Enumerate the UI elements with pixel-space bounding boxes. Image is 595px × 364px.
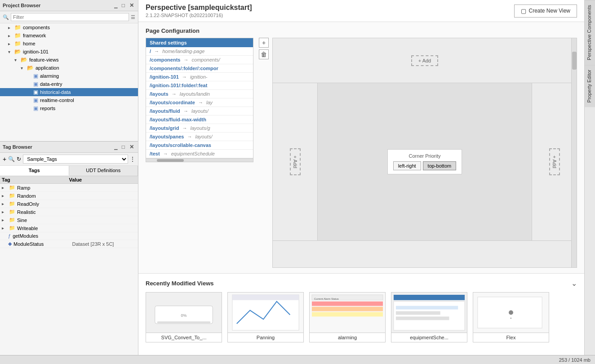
item-label: ignition-101: [23, 49, 49, 54]
search-tag-icon[interactable]: 🔍: [8, 156, 15, 162]
panel-header-icons: ⎯ □ ✕: [113, 2, 135, 9]
tag-label: Writeable: [17, 226, 38, 231]
tag-label: Realistic: [17, 209, 36, 215]
settings-item[interactable]: /components/:folder/:compor: [146, 64, 253, 73]
minimize-icon[interactable]: ⎯: [113, 143, 119, 151]
tree-item-reports[interactable]: ▣ reports: [0, 104, 138, 112]
shared-settings-label: Shared settings: [150, 40, 187, 45]
add-config-button[interactable]: +: [259, 38, 269, 48]
tree-item-feature-views[interactable]: 📂 feature-views: [0, 56, 138, 64]
folder-open-icon: 📂: [21, 57, 27, 63]
item-label: realtime-control: [40, 98, 74, 103]
close-icon[interactable]: ✕: [128, 2, 135, 9]
tree-item-historical-data[interactable]: ▣ historical-data: [0, 88, 138, 96]
svg-rect-9: [312, 302, 383, 306]
collapse-icon[interactable]: ⌄: [571, 279, 577, 288]
settings-item[interactable]: /test → equipmentSchedule: [146, 150, 253, 158]
search-icon: 🔍: [3, 14, 9, 20]
tag-label: getModules: [13, 233, 38, 239]
close-icon[interactable]: ✕: [128, 143, 135, 151]
list-item[interactable]: 📁Realistic: [0, 208, 138, 216]
settings-item[interactable]: /layouts/scrollable-canvas: [146, 141, 253, 150]
item-label: feature-views: [29, 57, 58, 62]
item-label: alarming: [40, 73, 59, 79]
settings-item[interactable]: /ignition-101/:folder/:feat: [146, 81, 253, 90]
tree-item-data-entry[interactable]: ▣ data-entry: [0, 80, 138, 88]
top-bottom-button[interactable]: top-bottom: [423, 161, 457, 170]
item-label: reports: [40, 106, 55, 111]
tree-item-home[interactable]: 📁 home: [0, 40, 138, 48]
component-icon: ▣: [33, 81, 38, 87]
settings-item[interactable]: /layouts/grid → layouts/g: [146, 124, 253, 133]
expand-arrow: [2, 185, 7, 190]
svg-rect-11: [312, 312, 383, 317]
svg-rect-10: [312, 307, 383, 311]
settings-item[interactable]: / → home/landing-page: [146, 47, 253, 56]
status-bar: 253 / 1024 mb: [0, 355, 595, 364]
tree-item-components[interactable]: 📁 components: [0, 23, 138, 31]
add-tag-icon[interactable]: +: [3, 155, 6, 163]
tab-tags[interactable]: Tags: [0, 166, 69, 176]
view-card-alarming[interactable]: Current Alarm Status alarming: [309, 292, 386, 342]
view-card-flex[interactable]: • Flex: [473, 292, 549, 342]
tag-browser-title: Tag Browser: [3, 144, 32, 150]
add-right-button[interactable]: + Add: [549, 148, 560, 175]
settings-item[interactable]: /layouts/coordinate → lay: [146, 98, 253, 107]
tag-browser-header: Tag Browser ⎯ □ ✕: [0, 142, 138, 153]
col-value: Value: [69, 177, 137, 182]
folder-icon: 📁: [9, 185, 15, 191]
layout-left-region: + Add: [273, 83, 318, 240]
list-item[interactable]: 📁Ramp: [0, 184, 138, 192]
item-label: framework: [23, 33, 46, 38]
settings-item[interactable]: /ignition-101 → ignition-: [146, 73, 253, 81]
tag-provider-select[interactable]: Sample_Tags: [23, 155, 128, 164]
settings-item[interactable]: /layouts/panes → layouts/: [146, 133, 253, 141]
list-item[interactable]: ƒgetModules: [0, 232, 138, 240]
restore-icon[interactable]: □: [120, 2, 126, 9]
layout-center-region: Corner Priority left-right top-bottom: [318, 83, 532, 240]
settings-item[interactable]: /layouts/fluid-max-width: [146, 115, 253, 124]
view-card-equipment[interactable]: equipmentSche...: [391, 292, 467, 342]
shared-settings-wrapper: Shared settings / → home/landing-page /c…: [146, 38, 253, 268]
folder-icon: 📁: [9, 201, 15, 207]
tab-udt-definitions[interactable]: UDT Definitions: [69, 166, 138, 176]
shared-settings-header: Shared settings: [146, 38, 253, 47]
tree-item-framework[interactable]: 📁 framework: [0, 31, 138, 40]
restore-icon[interactable]: □: [120, 143, 126, 151]
settings-item[interactable]: /components → components/: [146, 56, 253, 64]
left-right-button[interactable]: left-right: [393, 161, 421, 170]
settings-item[interactable]: /layouts → layouts/landin: [146, 90, 253, 98]
list-item[interactable]: 📁Sine: [0, 216, 138, 224]
create-view-button[interactable]: ▢ Create New View: [514, 4, 577, 18]
sidebar-tab-property-editor[interactable]: Property Editor: [585, 65, 595, 107]
delete-config-button[interactable]: 🗑: [259, 49, 269, 59]
settings-item[interactable]: /layouts/fluid → layouts/: [146, 107, 253, 115]
view-thumbnail: [391, 293, 467, 333]
add-left-button[interactable]: + Add: [290, 148, 301, 175]
main-subtitle: 2.1.22-SNAPSHOT (b2022100716): [146, 13, 252, 18]
sidebar-tab-perspective[interactable]: Perspective Components: [585, 0, 595, 65]
filter-input[interactable]: [11, 13, 129, 21]
add-top-button[interactable]: + Add: [411, 55, 438, 66]
corner-priority-label: Corner Priority: [393, 153, 456, 159]
view-card-panning[interactable]: Panning: [227, 292, 304, 342]
scrollbar-thumb: [157, 159, 184, 162]
folder-icon: 📁: [9, 193, 15, 199]
tag-menu-icon[interactable]: ⋮: [130, 156, 135, 162]
tree-item-realtime-control[interactable]: ▣ realtime-control: [0, 96, 138, 104]
tag-value: Dataset [23R x 5C]: [72, 241, 137, 247]
folder-icon: 📁: [14, 40, 21, 47]
view-thumbnail: [228, 293, 303, 333]
list-item[interactable]: ◆ModuleStatus Dataset [23R x 5C]: [0, 240, 138, 248]
list-item[interactable]: 📁ReadOnly: [0, 200, 138, 208]
list-item[interactable]: 📁Random: [0, 192, 138, 200]
tree-item-ignition-101[interactable]: 📂 ignition-101: [0, 48, 138, 56]
tree-item-alarming[interactable]: ▣ alarming: [0, 72, 138, 80]
refresh-tag-icon[interactable]: ↻: [17, 156, 21, 162]
view-name: Panning: [228, 333, 303, 342]
shared-settings-list: / → home/landing-page /components → comp…: [146, 47, 253, 158]
tree-item-application[interactable]: 📂 application: [0, 64, 138, 72]
list-item[interactable]: 📁Writeable: [0, 224, 138, 232]
view-card-svg[interactable]: 0% SVG_Convert_To_...: [146, 292, 222, 342]
minimize-icon[interactable]: ⎯: [113, 2, 119, 9]
